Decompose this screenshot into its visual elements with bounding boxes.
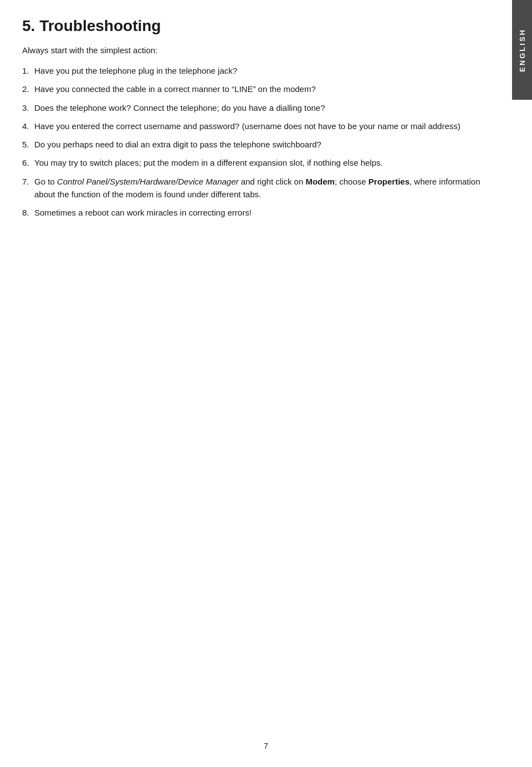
item-text: Have you put the telephone plug in the t… xyxy=(34,64,499,77)
list-item: 4. Have you entered the correct username… xyxy=(22,120,499,132)
bold-text: Properties xyxy=(369,177,410,186)
italic-text: Control Panel/System/Hardware/Device Man… xyxy=(57,177,239,186)
sidebar-language-text: ENGLISH xyxy=(518,28,526,72)
section-title: 5. Troubleshooting xyxy=(22,17,499,35)
list-item: 6. You may try to switch places; put the… xyxy=(22,156,499,169)
list-item: 5. Do you perhaps need to dial an extra … xyxy=(22,138,499,151)
list-item: 7. Go to Control Panel/System/Hardware/D… xyxy=(22,175,499,201)
item-number: 5. xyxy=(22,138,34,151)
item-text-rich: Go to Control Panel/System/Hardware/Devi… xyxy=(34,175,499,201)
item-text: Have you connected the cable in a correc… xyxy=(34,83,499,95)
item-text: Have you entered the correct username an… xyxy=(34,120,499,132)
page-number: 7 xyxy=(264,742,268,750)
item-text: Sometimes a reboot can work miracles in … xyxy=(34,206,499,219)
page-container: ENGLISH 5. Troubleshooting Always start … xyxy=(0,0,532,767)
item-number: 8. xyxy=(22,206,34,219)
item-text: Does the telephone work? Connect the tel… xyxy=(34,101,499,114)
list-item: 2. Have you connected the cable in a cor… xyxy=(22,83,499,95)
item-number: 6. xyxy=(22,156,34,169)
item-text: Do you perhaps need to dial an extra dig… xyxy=(34,138,499,151)
item-text: You may try to switch places; put the mo… xyxy=(34,156,499,169)
item-number: 1. xyxy=(22,64,34,77)
item-number: 7. xyxy=(22,175,34,201)
item-number: 2. xyxy=(22,83,34,95)
list-item: 1. Have you put the telephone plug in th… xyxy=(22,64,499,77)
bold-text: Modem xyxy=(305,177,335,186)
intro-text: Always start with the simplest action: xyxy=(22,44,499,57)
list-item: 8. Sometimes a reboot can work miracles … xyxy=(22,206,499,219)
item-number: 4. xyxy=(22,120,34,132)
troubleshooting-list: 1. Have you put the telephone plug in th… xyxy=(22,64,499,219)
sidebar-language-label: ENGLISH xyxy=(512,0,532,100)
item-number: 3. xyxy=(22,101,34,114)
list-item: 3. Does the telephone work? Connect the … xyxy=(22,101,499,114)
